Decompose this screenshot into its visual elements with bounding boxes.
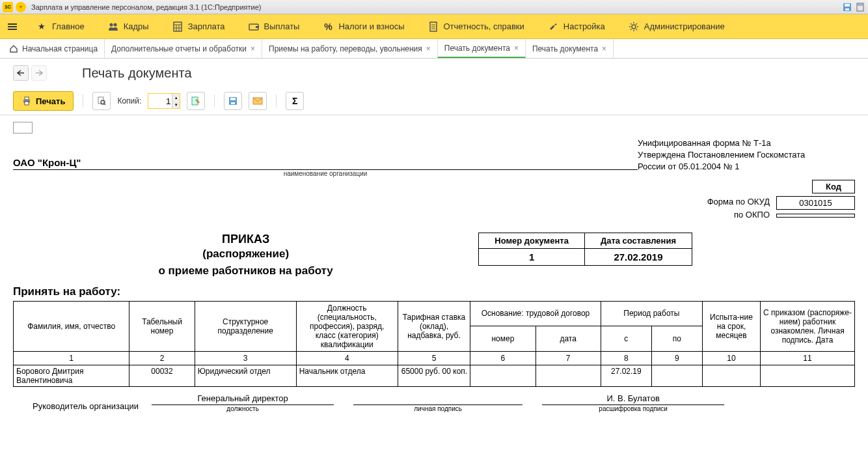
doc-num-value: 1 xyxy=(479,248,585,265)
menu-otchet[interactable]: Отчетность, справки xyxy=(416,14,536,38)
th-basis-num: номер xyxy=(470,326,536,352)
copies-down[interactable]: ▼ xyxy=(172,101,180,108)
coln-10: 10 xyxy=(702,351,760,365)
sum-button[interactable]: Σ xyxy=(286,92,304,110)
th-trial: Испыта-ние на срок, месяцев xyxy=(702,301,760,351)
tab-print2[interactable]: Печать документа × xyxy=(526,39,614,58)
th-period: Период работы xyxy=(601,301,702,326)
coln-7: 7 xyxy=(536,351,601,365)
menu-label: Налоги и взносы xyxy=(338,21,404,31)
signature-row: Руководитель организации Генеральный дир… xyxy=(13,393,855,412)
form-line2: Утверждена Постановлением Госкомстата xyxy=(638,149,855,161)
doc-num-header: Номер документа xyxy=(479,233,585,248)
toolbar: Печать Копий: ▲ ▼ Σ xyxy=(0,87,868,115)
close-icon[interactable]: × xyxy=(426,44,431,53)
menu-label: Настройка xyxy=(563,21,605,31)
sig-position-cap: должность xyxy=(152,405,334,412)
th-basis: Основание: трудовой договор xyxy=(470,301,601,326)
home-icon xyxy=(9,44,18,53)
cell-tabnum: 00032 xyxy=(129,365,195,386)
star-icon: ★ xyxy=(36,21,47,32)
copies-label: Копий: xyxy=(117,96,141,106)
tab-home[interactable]: Начальная страница xyxy=(3,39,105,58)
employee-table: Фамилия, имя, отчество Табельный номер С… xyxy=(13,301,855,387)
menu-label: Главное xyxy=(52,21,85,31)
accept-label: Принять на работу: xyxy=(13,285,855,298)
cell-trial xyxy=(702,365,760,386)
report-icon xyxy=(428,21,439,32)
tab-label: Дополнительные отчеты и обработки xyxy=(111,44,247,53)
hamburger-icon[interactable] xyxy=(0,23,25,30)
coln-8: 8 xyxy=(601,351,651,365)
th-position: Должность (специальность, профессия), ра… xyxy=(296,301,398,351)
cell-sign xyxy=(761,365,855,386)
th-rate: Тарифная ставка (оклад), надбавка, руб. xyxy=(398,301,470,351)
code-header: Код xyxy=(813,180,855,193)
copies-up[interactable]: ▲ xyxy=(172,94,180,101)
close-icon[interactable]: × xyxy=(602,44,606,53)
menu-admin[interactable]: Администрирование xyxy=(617,14,737,38)
menu-kadry[interactable]: Кадры xyxy=(96,14,161,38)
order-h3: о приеме работников на работу xyxy=(13,264,478,277)
tab-hires[interactable]: Приемы на работу, переводы, увольнения × xyxy=(262,39,438,58)
save-button[interactable] xyxy=(224,92,242,110)
code-table: Код xyxy=(812,180,855,193)
menu-label: Отчетность, справки xyxy=(444,21,524,31)
menu-vyplaty[interactable]: Выплаты xyxy=(237,14,312,38)
edit-template-button[interactable] xyxy=(187,92,205,110)
org-caption: наименование организации xyxy=(13,170,638,177)
svg-point-5 xyxy=(109,23,113,26)
app-icon: 1C xyxy=(3,2,13,12)
svg-line-26 xyxy=(636,23,637,25)
preview-button[interactable] xyxy=(92,92,111,110)
form-header: Унифицированная форма № Т-1а Утверждена … xyxy=(638,137,855,173)
svg-rect-28 xyxy=(25,97,29,100)
print-button[interactable]: Печать xyxy=(13,91,74,111)
print-label: Печать xyxy=(36,96,65,106)
svg-rect-7 xyxy=(174,22,182,31)
sig-name-cap: расшифровка подписи xyxy=(542,405,724,412)
svg-rect-29 xyxy=(25,102,29,105)
close-icon[interactable]: × xyxy=(251,44,255,53)
wrench-icon xyxy=(548,21,558,32)
gear-icon xyxy=(629,21,639,32)
back-button[interactable] xyxy=(13,65,29,81)
document-area: ОАО "Крон-Ц" наименование организации Ун… xyxy=(0,115,868,419)
th-sign: С приказом (распоряже-нием) работник озн… xyxy=(761,301,855,351)
tab-label: Печать документа xyxy=(444,44,510,53)
menu-settings[interactable]: Настройка xyxy=(536,14,617,38)
order-title: ПРИКАЗ (распоряжение) о приеме работнико… xyxy=(13,233,478,277)
email-button[interactable] xyxy=(249,92,267,110)
coln-11: 11 xyxy=(761,351,855,365)
coln-9: 9 xyxy=(651,351,702,365)
menu-zarplata[interactable]: Зарплата xyxy=(161,14,237,38)
forward-button[interactable] xyxy=(31,65,47,81)
calc-icon[interactable] xyxy=(855,2,865,12)
window-title: Зарплата и управление персоналом, редакц… xyxy=(31,3,261,11)
main-menu: ★ Главное Кадры Зарплата Выплаты % Налог… xyxy=(0,14,868,39)
th-fio: Фамилия, имя, отчество xyxy=(14,301,129,351)
doc-date-value: 27.02.2019 xyxy=(584,248,692,265)
cell-dept: Юридический отдел xyxy=(195,365,296,386)
th-dept: Структурное подразделение xyxy=(195,301,296,351)
save-icon[interactable] xyxy=(842,2,852,12)
menu-nalogi[interactable]: % Налоги и взносы xyxy=(311,14,416,38)
table-row: Борового Дмитрия Валентиновича 00032 Юри… xyxy=(14,365,855,386)
tab-label: Приемы на работу, переводы, увольнения xyxy=(269,44,422,53)
svg-line-33 xyxy=(104,104,105,105)
app-dropdown-icon[interactable] xyxy=(16,2,26,12)
spreadsheet-corner[interactable] xyxy=(13,122,33,134)
svg-point-6 xyxy=(113,23,116,26)
close-icon[interactable]: × xyxy=(514,44,519,53)
th-basis-date: дата xyxy=(536,326,601,352)
tab-print-active[interactable]: Печать документа × xyxy=(438,39,526,58)
doc-date-header: Дата составления xyxy=(584,233,692,248)
page-title: Печать документа xyxy=(82,66,192,81)
cell-fio: Борового Дмитрия Валентиновича xyxy=(14,365,129,386)
tab-reports[interactable]: Дополнительные отчеты и обработки × xyxy=(105,39,262,58)
svg-point-30 xyxy=(28,100,29,102)
svg-rect-1 xyxy=(845,4,850,7)
coln-1: 1 xyxy=(14,351,129,365)
org-name: ОАО "Крон-Ц" xyxy=(13,157,638,170)
menu-main[interactable]: ★ Главное xyxy=(25,14,96,38)
